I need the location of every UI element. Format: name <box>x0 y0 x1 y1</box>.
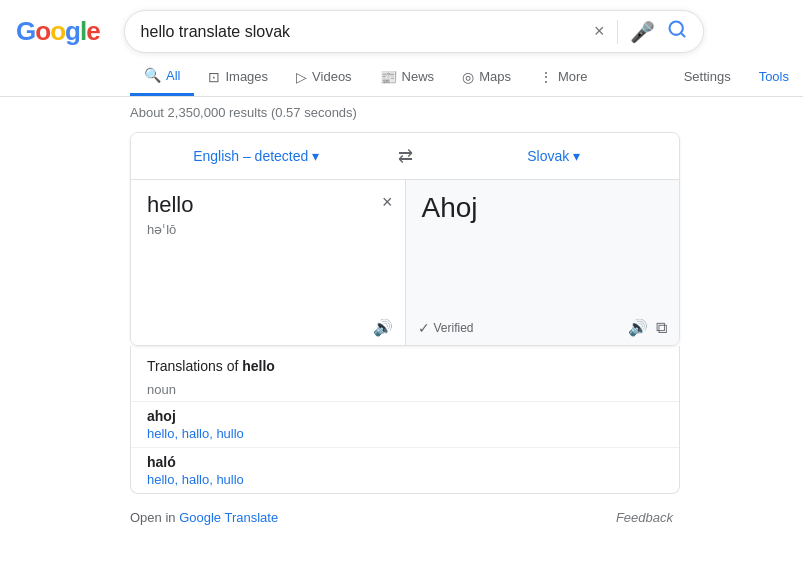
nav-label-videos: Videos <box>312 69 352 84</box>
divider <box>617 20 618 44</box>
nav-label-more: More <box>558 69 588 84</box>
target-panel-footer: ✓ Verified 🔊 ⧉ <box>406 310 680 345</box>
verified-icon: ✓ <box>418 320 430 336</box>
translation-synonyms-0: hello, hallo, hullo <box>147 426 663 441</box>
source-text: hello <box>147 192 389 218</box>
nav-label-all: All <box>166 68 180 83</box>
nav-item-maps[interactable]: ◎ Maps <box>448 59 525 95</box>
nav-item-news[interactable]: 📰 News <box>366 59 449 95</box>
pos-label: noun <box>131 378 679 401</box>
nav-item-more[interactable]: ⋮ More <box>525 59 602 95</box>
target-lang-dropdown-icon: ▾ <box>573 148 580 164</box>
search-nav: 🔍 All ⊡ Images ▷ Videos 📰 News ◎ Maps ⋮ … <box>0 53 803 97</box>
translated-text: Ahoj <box>422 192 664 224</box>
source-language-label: English – detected <box>193 148 308 164</box>
news-icon: 📰 <box>380 69 397 85</box>
translation-row: ahoj hello, hallo, hullo <box>131 401 679 447</box>
open-text: Open in <box>130 510 176 525</box>
logo-letter-g2: g <box>65 16 80 47</box>
tools-link[interactable]: Tools <box>745 59 803 94</box>
feedback-link[interactable]: Feedback <box>616 510 673 525</box>
page-footer: Open in Google Translate Feedback <box>0 494 803 541</box>
maps-icon: ◎ <box>462 69 474 85</box>
google-logo[interactable]: Google <box>16 16 100 47</box>
nav-item-all[interactable]: 🔍 All <box>130 57 194 96</box>
source-panel: hello həˈlō × <box>131 180 406 310</box>
logo-letter-e: e <box>86 16 99 47</box>
target-panel: Ahoj <box>406 180 680 310</box>
translations-header-pre: Translations of <box>147 358 242 374</box>
translation-panels: hello həˈlō × Ahoj <box>131 180 679 310</box>
svg-line-1 <box>680 33 684 37</box>
translation-word-0: ahoj <box>147 408 663 424</box>
google-translate-link[interactable]: Google Translate <box>179 510 278 525</box>
search-submit-icon[interactable] <box>667 19 687 44</box>
open-in-link[interactable]: Open in Google Translate <box>130 510 278 525</box>
all-icon: 🔍 <box>144 67 161 83</box>
results-count: About 2,350,000 results (0.57 seconds) <box>0 97 803 128</box>
more-icon: ⋮ <box>539 69 553 85</box>
nav-item-videos[interactable]: ▷ Videos <box>282 59 366 95</box>
translations-section: Translations of hello noun ahoj hello, h… <box>130 346 680 494</box>
target-audio-button[interactable]: 🔊 <box>628 318 648 337</box>
translations-header-word: hello <box>242 358 275 374</box>
target-language-label: Slovak <box>527 148 569 164</box>
nav-label-images: Images <box>225 69 268 84</box>
translation-synonyms-1: hello, hallo, hullo <box>147 472 663 487</box>
language-selector-row: English – detected ▾ ⇄ Slovak ▾ <box>131 133 679 180</box>
search-bar-container: × 🎤 <box>124 10 704 53</box>
translation-row: haló hello, hallo, hullo <box>131 447 679 493</box>
nav-label-news: News <box>402 69 435 84</box>
source-audio-button[interactable]: 🔊 <box>373 318 393 337</box>
nav-label-maps: Maps <box>479 69 511 84</box>
settings-link[interactable]: Settings <box>670 59 745 94</box>
logo-letter-g: G <box>16 16 35 47</box>
target-language-button[interactable]: Slovak ▾ <box>429 136 680 176</box>
nav-item-images[interactable]: ⊡ Images <box>194 59 282 95</box>
header: Google × 🎤 <box>0 0 803 53</box>
verified-label: Verified <box>434 321 474 335</box>
source-lang-dropdown-icon: ▾ <box>312 148 319 164</box>
clear-search-icon[interactable]: × <box>594 21 605 42</box>
translation-card: English – detected ▾ ⇄ Slovak ▾ hello hə… <box>130 132 680 346</box>
videos-icon: ▷ <box>296 69 307 85</box>
source-panel-footer: 🔊 <box>131 310 406 345</box>
swap-languages-button[interactable]: ⇄ <box>382 133 429 179</box>
search-bar: × 🎤 <box>124 10 704 53</box>
copy-translation-button[interactable]: ⧉ <box>656 319 667 337</box>
phonetic-text: həˈlō <box>147 222 389 237</box>
translation-word-1: haló <box>147 454 663 470</box>
verified-badge: ✓ Verified <box>418 320 621 336</box>
images-icon: ⊡ <box>208 69 220 85</box>
logo-letter-o1: o <box>35 16 50 47</box>
voice-search-icon[interactable]: 🎤 <box>630 20 655 44</box>
clear-source-button[interactable]: × <box>382 192 393 213</box>
source-language-button[interactable]: English – detected ▾ <box>131 136 382 176</box>
logo-letter-o2: o <box>50 16 65 47</box>
search-bar-icons: × 🎤 <box>594 19 687 44</box>
panel-footers: 🔊 ✓ Verified 🔊 ⧉ <box>131 310 679 345</box>
search-input[interactable] <box>141 23 586 41</box>
translations-header: Translations of hello <box>131 346 679 378</box>
